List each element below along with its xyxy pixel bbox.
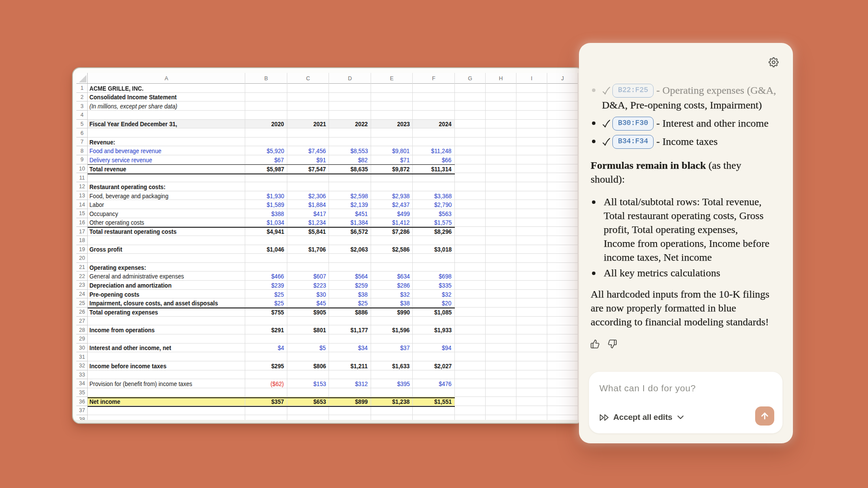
cell-F35[interactable]	[413, 388, 455, 397]
cell-G5[interactable]	[455, 120, 486, 129]
cell-C25[interactable]: $45	[287, 298, 329, 308]
cell-E34[interactable]: $395	[371, 379, 413, 388]
row-header-34[interactable]: 34	[76, 379, 88, 388]
cell-C24[interactable]: $30	[287, 290, 329, 299]
cell-E12[interactable]	[371, 182, 413, 191]
row-header-29[interactable]: 29	[76, 334, 88, 344]
cell-A16[interactable]: Other operating costs	[88, 218, 245, 227]
cell-F29[interactable]	[413, 334, 455, 344]
cell-H21[interactable]	[486, 263, 516, 272]
cell-C11[interactable]	[287, 173, 329, 182]
cell-F33[interactable]	[413, 370, 455, 380]
cell-J7[interactable]	[547, 138, 578, 147]
row-header-6[interactable]: 6	[76, 128, 88, 138]
cell-C36[interactable]: $653	[287, 397, 329, 406]
cell-H18[interactable]	[486, 236, 516, 245]
cell-B37[interactable]	[245, 406, 287, 415]
column-header-I[interactable]: I	[516, 73, 547, 84]
cell-J18[interactable]	[547, 236, 578, 245]
cell-I26[interactable]	[516, 308, 547, 317]
cell-F10[interactable]: $11,314	[413, 164, 455, 174]
cell-E17[interactable]: $7,286	[371, 227, 413, 236]
column-header-F[interactable]: F	[413, 73, 455, 84]
cell-G17[interactable]	[455, 227, 486, 236]
cell-B24[interactable]: $25	[245, 290, 287, 299]
cell-B34[interactable]: ($62)	[245, 379, 287, 388]
cell-I10[interactable]	[516, 164, 547, 174]
cell-I21[interactable]	[516, 263, 547, 272]
cell-G31[interactable]	[455, 352, 486, 361]
row-header-31[interactable]: 31	[76, 352, 88, 361]
row-header-15[interactable]: 15	[76, 209, 88, 218]
cell-C34[interactable]: $153	[287, 379, 329, 388]
cell-A25[interactable]: Impairment, closure costs, and asset dis…	[88, 298, 245, 308]
cell-D21[interactable]	[329, 263, 371, 272]
row-header-18[interactable]: 18	[76, 236, 88, 245]
cell-F31[interactable]	[413, 352, 455, 361]
cell-G36[interactable]	[455, 397, 486, 406]
cell-B29[interactable]	[245, 334, 287, 344]
cell-E36[interactable]: $1,238	[371, 397, 413, 406]
cell-H10[interactable]	[486, 164, 516, 174]
select-all-corner[interactable]	[76, 73, 88, 84]
cell-E37[interactable]	[371, 406, 413, 415]
cell-B5[interactable]: 2020	[245, 120, 287, 129]
cell-C18[interactable]	[287, 236, 329, 245]
cell-J12[interactable]	[547, 182, 578, 191]
cell-J6[interactable]	[547, 128, 578, 138]
cell-D12[interactable]	[329, 182, 371, 191]
cell-E3[interactable]	[371, 102, 413, 111]
cell-A14[interactable]: Labor	[88, 200, 245, 209]
cell-B11[interactable]	[245, 173, 287, 182]
cell-A36[interactable]: Net income	[88, 397, 245, 406]
cell-H30[interactable]	[486, 344, 516, 353]
cell-F25[interactable]: $20	[413, 298, 455, 308]
cell-F6[interactable]	[413, 128, 455, 138]
cell-D24[interactable]: $38	[329, 290, 371, 299]
cell-B20[interactable]	[245, 254, 287, 263]
cell-A37[interactable]	[88, 406, 245, 415]
cell-C6[interactable]	[287, 128, 329, 138]
cell-B35[interactable]	[245, 388, 287, 397]
cell-D20[interactable]	[329, 254, 371, 263]
row-header-9[interactable]: 9	[76, 155, 88, 164]
cell-A23[interactable]: Depreciation and amortization	[88, 281, 245, 290]
cell-J15[interactable]	[547, 209, 578, 218]
cell-D8[interactable]: $8,553	[329, 146, 371, 155]
cell-A11[interactable]	[88, 173, 245, 182]
cell-H35[interactable]	[486, 388, 516, 397]
row-header-11[interactable]: 11	[76, 173, 88, 182]
cell-A28[interactable]: Income from operations	[88, 325, 245, 334]
cell-D19[interactable]: $2,063	[329, 245, 371, 254]
cell-C3[interactable]	[287, 102, 329, 111]
cell-D37[interactable]	[329, 406, 371, 415]
cell-A31[interactable]	[88, 352, 245, 361]
cell-B4[interactable]	[245, 111, 287, 120]
cell-J22[interactable]	[547, 272, 578, 281]
cell-G29[interactable]	[455, 334, 486, 344]
cell-C28[interactable]: $801	[287, 325, 329, 334]
cell-I5[interactable]	[516, 120, 547, 129]
row-header-23[interactable]: 23	[76, 281, 88, 290]
cell-C23[interactable]: $223	[287, 281, 329, 290]
cell-J16[interactable]	[547, 218, 578, 227]
thumbs-down-icon[interactable]	[608, 339, 617, 349]
cell-C1[interactable]	[287, 84, 329, 93]
cell-I30[interactable]	[516, 344, 547, 353]
cell-E32[interactable]: $1,633	[371, 361, 413, 370]
cell-C5[interactable]: 2021	[287, 120, 329, 129]
cell-D28[interactable]: $1,177	[329, 325, 371, 334]
cell-D35[interactable]	[329, 388, 371, 397]
cell-B19[interactable]: $1,046	[245, 245, 287, 254]
cell-G20[interactable]	[455, 254, 486, 263]
cell-B32[interactable]: $295	[245, 361, 287, 370]
cell-E10[interactable]: $9,872	[371, 164, 413, 174]
cell-I34[interactable]	[516, 379, 547, 388]
cell-F1[interactable]	[413, 84, 455, 93]
cell-C31[interactable]	[287, 352, 329, 361]
cell-F11[interactable]	[413, 173, 455, 182]
cell-G26[interactable]	[455, 308, 486, 317]
cell-A32[interactable]: Income before income taxes	[88, 361, 245, 370]
cell-I20[interactable]	[516, 254, 547, 263]
cell-B36[interactable]: $357	[245, 397, 287, 406]
